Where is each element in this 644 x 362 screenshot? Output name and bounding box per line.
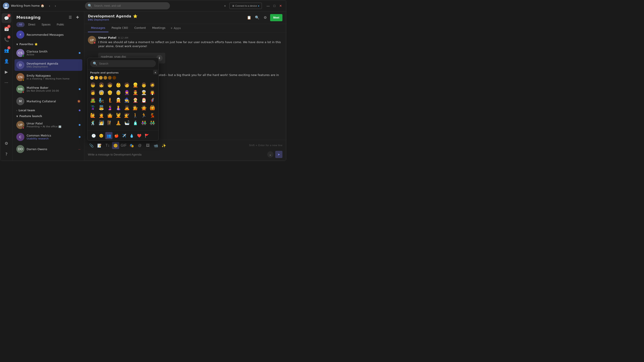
meet-button[interactable]: Meet [270,14,282,21]
rail-item-more[interactable]: ··· [2,77,12,87]
skin-tone-1[interactable] [90,76,94,79]
emoji-20[interactable]: 🧝 [115,96,122,104]
emoji-23[interactable]: 🎅 [140,96,147,104]
conv-item-darren[interactable]: DO Darren Owens — [14,143,82,155]
emoji-48[interactable]: 👬 [149,119,156,125]
attach-button[interactable]: 📎 [88,142,95,149]
ep-cat-travel[interactable]: ✈️ [120,132,128,139]
ep-cat-objects[interactable]: 💧 [128,132,135,139]
ep-cat-people[interactable]: 👥 [105,132,112,139]
emoji-12[interactable]: 👵 [115,89,122,96]
skin-tone-4[interactable] [104,76,107,79]
back-button[interactable]: ‹ [47,3,52,8]
emoji-27[interactable]: 🤰 [106,104,113,111]
emoji-15[interactable]: 👳 [140,89,147,96]
video-button[interactable]: 📹 [152,142,160,149]
recommended-messages-item[interactable]: ⚡ Recommended Messages [14,29,82,40]
emoji-13[interactable]: 🧕 [123,89,130,96]
sticker-button[interactable]: 🎭 [128,142,135,149]
ep-cat-recent[interactable]: 🕐 [90,132,97,139]
emoji-44[interactable]: 🧘 [115,119,122,125]
sidebar-new-chat-button[interactable]: ✚ [74,14,80,20]
rail-item-contacts[interactable]: 👤 [2,56,12,66]
emoji-36[interactable]: 💆 [115,112,122,119]
rail-item-calendar[interactable]: 📅 1 [2,24,12,34]
conv-item-dev-agenda[interactable]: D Development Agenda ENG Deployment [14,59,82,71]
conv-item-umar[interactable]: UP Umar Patel Presenting • At the office… [14,119,82,131]
emoji-22[interactable]: 🤶 [132,96,139,104]
emoji-11[interactable]: 👴 [106,89,113,96]
emoji-2[interactable]: 👧 [98,81,105,88]
emoji-31[interactable]: 🙅 [140,104,147,111]
emoji-14[interactable]: 👲 [132,89,139,96]
skin-tone-3[interactable] [99,76,103,79]
emoji-16[interactable]: 🧛 [149,89,156,96]
emoji-1[interactable]: 👦 [89,81,96,88]
emoji-39[interactable]: 🏃 [140,112,147,119]
ep-cat-flags[interactable]: 🚩 [143,132,150,139]
minimize-button[interactable]: — [266,3,271,8]
note-button[interactable]: 📝 [96,142,103,149]
format-button[interactable]: T↕ [104,142,111,149]
forward-button[interactable]: › [53,3,58,8]
emoji-46[interactable]: 🧴 [132,119,139,125]
rail-item-chat[interactable]: 💬 5 [2,13,12,23]
global-search-bar[interactable]: 🔍 [85,2,170,9]
global-search-input[interactable] [94,4,167,7]
filter-tab-public[interactable]: Public [54,22,67,27]
connect-button[interactable]: 🖥 Connect to a device ● [230,3,262,9]
emoji-3[interactable]: 🧒 [106,81,113,88]
emoji-4[interactable]: 👶 [115,81,122,88]
filter-tab-spaces[interactable]: Spaces [39,22,53,27]
emoji-search-input[interactable] [99,62,153,65]
search-channel-icon[interactable]: 🔍 [254,14,260,21]
emoji-32[interactable]: 🙆 [149,104,156,111]
emoji-7[interactable]: 👨 [140,81,147,88]
book-icon[interactable]: 📋 [246,14,252,21]
filter-tab-direct[interactable]: Direct [26,22,38,27]
ep-cat-smileys[interactable]: 😊 [98,132,105,139]
emoji-38[interactable]: 🚶 [132,112,139,119]
rail-item-people[interactable]: 👥 1 [2,45,12,55]
scroll-down-button[interactable]: ⌄ [267,151,274,158]
maximize-button[interactable]: □ [272,3,277,8]
emoji-26[interactable]: 👼 [98,104,105,111]
emoji-9[interactable]: 👩 [89,89,96,96]
emoji-28[interactable]: 🤱 [115,104,122,111]
user-avatar[interactable] [3,3,9,9]
message-input[interactable] [88,153,266,156]
tab-apps[interactable]: + Apps [168,24,183,32]
emoji-17[interactable]: 🧟 [89,96,96,104]
emoji-40[interactable]: 💃 [149,112,156,119]
more-button[interactable]: ✨ [160,142,168,149]
emoji-41[interactable]: 🕺 [89,119,96,125]
rail-item-settings[interactable]: ⚙ [2,138,12,148]
conv-item-clarissa[interactable]: CS Clarissa Smith Active [14,47,82,59]
sidebar-filter-button[interactable]: ☰ [67,14,73,20]
tab-people[interactable]: People (30) [108,24,131,32]
section-feature-launch[interactable]: ▼ Feature launch [14,113,82,119]
emoji-30[interactable]: 💁 [132,104,139,111]
conv-item-matthew[interactable]: MB Matthew Baker Do Not Disturb until 16… [14,83,82,95]
emoji-34[interactable]: 🤦 [98,112,105,119]
emoji-18[interactable]: 🧞 [98,96,105,104]
emoji-42[interactable]: 🧖 [98,119,105,125]
conv-item-emily[interactable]: EN Emily Nakagawa In a meeting • Working… [14,71,82,83]
rail-item-help[interactable]: ? [2,149,12,159]
emoji-8[interactable]: 🧔 [149,81,156,88]
emoji-35[interactable]: 🤷 [106,112,113,119]
conv-item-marketing[interactable]: M Marketing Collateral 🔕 [14,95,82,107]
settings-channel-icon[interactable]: ⚙ [262,14,268,21]
emoji-5[interactable]: 🧑 [123,81,130,88]
rail-item-calls[interactable]: 📞 1 [2,35,12,44]
skin-tone-2[interactable] [94,76,98,79]
tab-meetings[interactable]: Meetings [149,24,168,32]
gif-button[interactable]: GIF [120,142,127,149]
mention-button[interactable]: @ [136,142,143,149]
filter-tab-all[interactable]: All [16,22,24,27]
emoji-43[interactable]: 🧗 [106,119,113,125]
section-local-team[interactable]: › Local team [14,107,82,113]
add-button[interactable]: + [222,3,228,8]
section-favorites[interactable]: ▼ Favorites ⭐ [14,41,82,47]
emoji-button[interactable]: 😊 [112,142,119,149]
